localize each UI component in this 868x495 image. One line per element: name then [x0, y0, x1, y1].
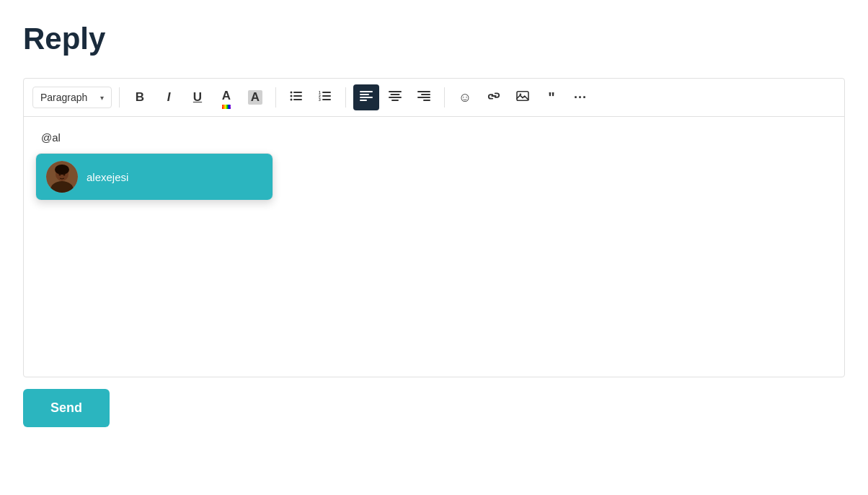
emoji-button[interactable]: ☺ [452, 84, 478, 110]
paragraph-style-label: Paragraph [40, 92, 87, 103]
bg-color-button[interactable]: A [242, 84, 268, 110]
paragraph-dropdown-chevron: ▾ [100, 94, 104, 102]
svg-rect-10 [322, 95, 331, 97]
svg-point-31 [63, 174, 66, 176]
align-left-icon [360, 90, 373, 105]
svg-rect-19 [391, 100, 399, 101]
text-color-button[interactable]: A [213, 84, 239, 110]
svg-point-1 [291, 95, 293, 97]
ordered-list-icon: 1 2 3 [319, 90, 332, 105]
italic-icon: I [167, 90, 171, 105]
unordered-list-icon [290, 90, 303, 105]
editor-toolbar: Paragraph ▾ B I U A A [24, 79, 844, 117]
text-color-icon: A [222, 89, 231, 107]
link-icon [487, 90, 500, 105]
svg-point-30 [59, 174, 61, 176]
svg-rect-5 [293, 99, 302, 100]
link-button[interactable] [481, 84, 507, 110]
mention-dropdown: alexejesi [35, 153, 273, 201]
svg-rect-11 [322, 99, 331, 100]
svg-rect-14 [360, 97, 373, 98]
align-center-icon [389, 90, 402, 105]
bold-button[interactable]: B [127, 84, 153, 110]
editor-wrapper: Paragraph ▾ B I U A A [23, 78, 845, 377]
svg-rect-4 [293, 95, 302, 97]
italic-button[interactable]: I [156, 84, 182, 110]
more-icon: ··· [574, 90, 587, 105]
svg-point-0 [291, 92, 293, 94]
svg-point-28 [55, 165, 69, 175]
underline-button[interactable]: U [185, 84, 211, 110]
svg-rect-21 [421, 94, 430, 95]
svg-rect-23 [423, 100, 430, 101]
quote-icon: " [548, 90, 554, 105]
avatar [46, 161, 78, 193]
svg-rect-9 [322, 92, 331, 93]
more-options-button[interactable]: ··· [567, 84, 593, 110]
align-left-button[interactable] [353, 84, 379, 110]
align-center-button[interactable] [382, 84, 408, 110]
svg-rect-18 [389, 97, 402, 98]
image-button[interactable] [510, 84, 536, 110]
svg-rect-12 [360, 91, 373, 92]
align-right-icon [417, 90, 430, 105]
editor-typed-text: @al [41, 131, 61, 144]
send-button[interactable]: Send [23, 389, 110, 427]
unordered-list-button[interactable] [283, 84, 309, 110]
align-right-button[interactable] [411, 84, 437, 110]
underline-icon: U [193, 90, 202, 105]
toolbar-divider-2 [275, 87, 276, 108]
toolbar-divider-1 [119, 87, 120, 108]
emoji-icon: ☺ [459, 90, 471, 105]
toolbar-divider-3 [345, 87, 346, 108]
toolbar-divider-4 [444, 87, 445, 108]
editor-content[interactable]: @al [24, 117, 844, 377]
svg-rect-15 [360, 100, 367, 101]
svg-rect-20 [417, 91, 430, 92]
bg-color-icon: A [248, 90, 262, 105]
svg-rect-17 [391, 94, 400, 95]
svg-rect-3 [293, 92, 302, 93]
quote-button[interactable]: " [539, 84, 564, 110]
mention-username: alexejesi [87, 171, 128, 183]
page-title: Reply [23, 22, 845, 56]
svg-rect-24 [517, 92, 528, 100]
mention-item[interactable]: alexejesi [36, 154, 273, 200]
svg-rect-13 [360, 94, 369, 95]
svg-rect-22 [417, 97, 430, 98]
svg-point-2 [291, 99, 293, 101]
svg-text:3: 3 [319, 97, 321, 102]
svg-rect-16 [389, 91, 402, 92]
ordered-list-button[interactable]: 1 2 3 [312, 84, 338, 110]
image-icon [516, 90, 529, 105]
bold-icon: B [136, 90, 144, 105]
paragraph-style-dropdown[interactable]: Paragraph ▾ [32, 87, 112, 108]
